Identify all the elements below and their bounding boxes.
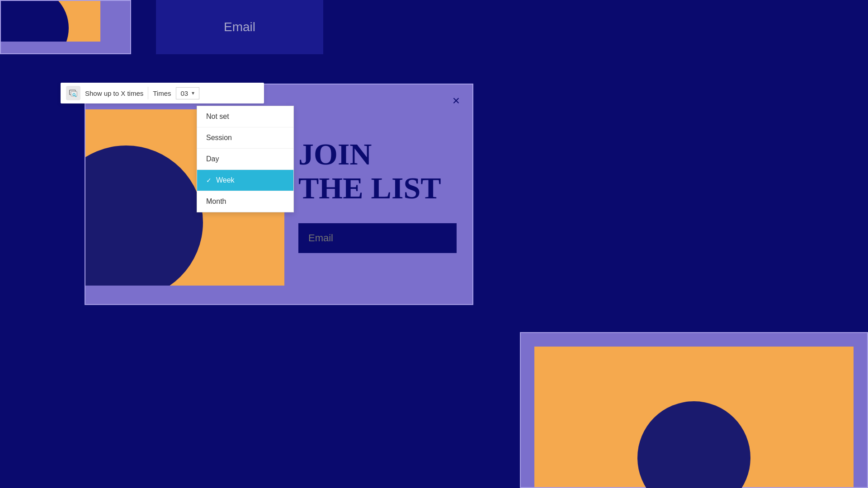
check-icon: ✓: [206, 177, 212, 184]
divider-1: [148, 87, 148, 99]
card-top-email: Email: [156, 0, 323, 54]
modal-title: JOIN THE LIST: [298, 137, 457, 205]
card-bottom-right: [520, 332, 868, 488]
toolbar: Show up to X times Times 03 ▾: [61, 83, 264, 103]
chevron-down-icon: ▾: [192, 90, 194, 96]
dropdown-item-session[interactable]: Session: [197, 127, 293, 149]
popup-icon: [66, 86, 80, 100]
times-dropdown: Not set Session Day ✓ Week Month: [197, 106, 294, 212]
dropdown-item-not-set[interactable]: Not set: [197, 106, 293, 127]
top-email-label: Email: [224, 20, 255, 34]
dropdown-label: Month: [206, 197, 226, 206]
svg-rect-1: [71, 92, 77, 96]
dropdown-label: Session: [206, 134, 232, 142]
dropdown-item-week[interactable]: ✓ Week: [197, 170, 293, 191]
dropdown-label: Not set: [206, 113, 229, 121]
dropdown-item-day[interactable]: Day: [197, 149, 293, 170]
card-orange-bottom: [534, 347, 854, 487]
circle-modal: [85, 145, 203, 286]
circle-bottom: [637, 401, 750, 488]
dropdown-label: Week: [216, 176, 235, 184]
card-orange-top-left: [1, 1, 100, 42]
modal-right-section: JOIN THE LIST: [283, 84, 472, 306]
card-top-left: [0, 0, 131, 54]
times-select[interactable]: 03 ▾: [176, 87, 200, 99]
close-button[interactable]: ×: [448, 93, 464, 109]
dropdown-item-month[interactable]: Month: [197, 191, 293, 212]
dropdown-label: Day: [206, 155, 219, 163]
times-value: 03: [181, 89, 189, 97]
show-label: Show up to X times: [85, 89, 143, 97]
times-label: Times: [153, 89, 171, 97]
email-input[interactable]: [298, 223, 457, 253]
circle-top-left: [1, 1, 69, 42]
modal-title-line2: THE LIST: [298, 171, 457, 205]
modal-title-line1: JOIN: [298, 137, 457, 171]
